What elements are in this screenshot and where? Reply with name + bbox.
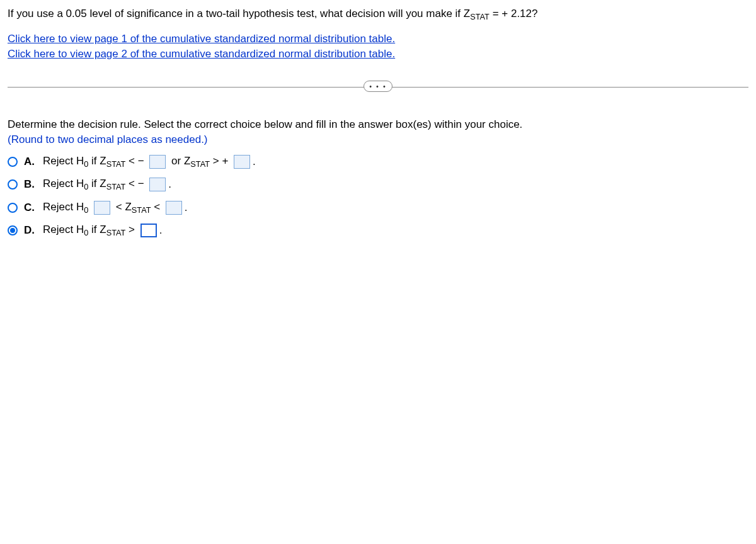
links-block: Click here to view page 1 of the cumulat… <box>8 31 748 62</box>
choice-d-letter: D. <box>24 224 37 237</box>
choice-a-seg2: or ZSTAT > + <box>168 155 231 169</box>
choice-c-row: C. Reject H0 < ZSTAT < . <box>8 201 748 215</box>
question-text: If you use a 0.05 level of significance … <box>8 6 748 23</box>
choice-c-content: Reject H0 < ZSTAT < . <box>43 201 188 215</box>
choice-a-letter: A. <box>24 156 37 168</box>
pill-dots: • • • <box>369 82 387 90</box>
radio-b[interactable] <box>8 179 18 190</box>
choice-c-input-2[interactable] <box>166 201 182 215</box>
choice-a-row: A. Reject H0 if ZSTAT < − or ZSTAT > + . <box>8 155 748 169</box>
radio-a[interactable] <box>8 157 18 167</box>
choice-d-seg: Reject H0 if ZSTAT > <box>43 224 138 237</box>
choice-d-input[interactable] <box>140 224 157 237</box>
rounding-note: (Round to two decimal places as needed.) <box>8 133 748 146</box>
choice-d-content: Reject H0 if ZSTAT > . <box>43 224 162 237</box>
choice-b-content: Reject H0 if ZSTAT < − . <box>43 178 171 191</box>
choice-c-input-1[interactable] <box>94 201 110 215</box>
section-divider: • • • <box>8 81 748 93</box>
link-table-page1[interactable]: Click here to view page 1 of the cumulat… <box>8 33 395 45</box>
question-sub: STAT <box>470 12 490 21</box>
choice-c-seg-mid: < ZSTAT < <box>113 201 163 215</box>
choice-a-input-2[interactable] <box>234 155 250 169</box>
choice-a-content: Reject H0 if ZSTAT < − or ZSTAT > + . <box>43 155 256 169</box>
choice-a-period: . <box>253 156 256 168</box>
choice-a-input-1[interactable] <box>149 155 166 169</box>
link-table-page2[interactable]: Click here to view page 2 of the cumulat… <box>8 48 395 60</box>
question-pre: If you use a 0.05 level of significance … <box>8 8 470 20</box>
question-post: = + 2.12? <box>490 8 538 20</box>
choice-b-period: . <box>168 178 171 191</box>
choice-b-letter: B. <box>24 178 37 191</box>
choice-b-row: B. Reject H0 if ZSTAT < − . <box>8 178 748 191</box>
instruction-text: Determine the decision rule. Select the … <box>8 118 748 131</box>
radio-c[interactable] <box>8 203 18 213</box>
choice-c-letter: C. <box>24 201 37 214</box>
radio-d[interactable] <box>8 225 18 235</box>
choice-c-seg-pre: Reject H0 <box>43 201 91 215</box>
choice-b-input[interactable] <box>149 178 166 191</box>
choice-b-seg: Reject H0 if ZSTAT < − <box>43 178 147 191</box>
choices-group: A. Reject H0 if ZSTAT < − or ZSTAT > + .… <box>8 155 748 238</box>
choice-a-seg1: Reject H0 if ZSTAT < − <box>43 155 147 169</box>
choice-c-period: . <box>185 201 188 214</box>
expand-pill[interactable]: • • • <box>364 81 392 92</box>
choice-d-row: D. Reject H0 if ZSTAT > . <box>8 224 748 237</box>
choice-d-period: . <box>159 224 163 237</box>
